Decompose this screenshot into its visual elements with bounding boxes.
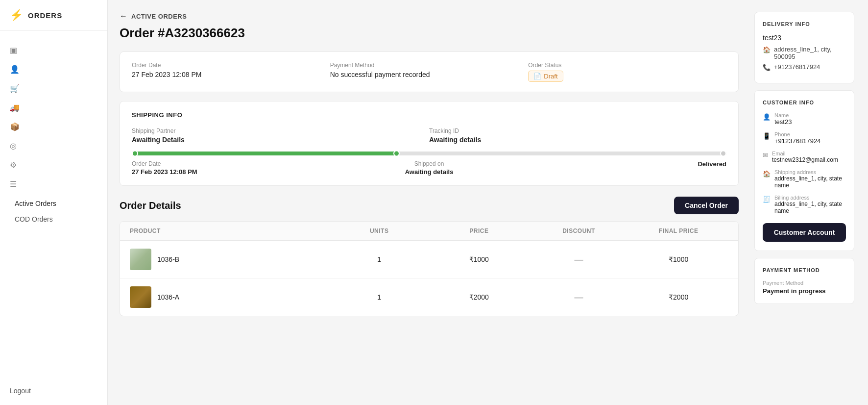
users-icon: 👤 — [10, 65, 20, 74]
payment-method-card: PAYMENT METHOD Payment Method Payment in… — [754, 258, 854, 304]
delivery-info-card: DELIVERY INFO test23 🏠 address_line_1, c… — [754, 12, 854, 83]
customer-billing-value: address_line_1, city, state name — [774, 201, 846, 214]
customer-info-title: CUSTOMER INFO — [763, 100, 846, 105]
sidebar-nav-links: Active Orders COD Orders — [0, 194, 107, 229]
tracking-id-value: Awaiting details — [429, 136, 726, 144]
table-row: 1036-A 1 ₹2000 — ₹2000 — [120, 278, 738, 316]
progress-order-date-value: 27 Feb 2023 12:08 PM — [132, 168, 330, 176]
product-name-1: 1036-B — [157, 255, 179, 263]
breadcrumb: ← ACTIVE ORDERS — [120, 12, 739, 21]
customer-name-icon: 👤 — [763, 113, 771, 121]
customer-name-field: Name test23 — [774, 112, 792, 126]
chart-icon: ◎ — [10, 141, 17, 151]
sidebar-icon-list[interactable]: ☰ — [0, 175, 107, 194]
tracking-id-label: Tracking ID — [429, 127, 726, 134]
customer-account-button[interactable]: Customer Account — [763, 223, 846, 242]
customer-phone-field: Phone +912376817924 — [774, 131, 820, 145]
customer-phone-value: +912376817924 — [774, 137, 820, 145]
delivery-phone-row: 📞 +912376817924 — [763, 63, 846, 71]
customer-email-label: Email — [772, 151, 838, 156]
customer-shipping-icon: 🏠 — [763, 170, 771, 177]
col-units: UNITS — [329, 228, 429, 234]
logout-button[interactable]: Logout — [10, 387, 31, 395]
col-discount: DISCOUNT — [529, 228, 629, 234]
payment-method-title: PAYMENT METHOD — [763, 267, 846, 273]
payment-method-value: No successful payment recorded — [330, 71, 529, 78]
sidebar-icon-chart[interactable]: ◎ — [0, 136, 107, 155]
customer-phone-row: 📱 Phone +912376817924 — [763, 131, 846, 145]
shipping-partner-field: Shipping Partner Awaiting Details — [132, 127, 429, 144]
sidebar-bottom: Logout — [0, 377, 107, 405]
main-content: ← ACTIVE ORDERS Order #A3230366623 Order… — [120, 12, 747, 393]
customer-email-icon: ✉ — [763, 152, 768, 159]
sidebar-icon-users[interactable]: 👤 — [0, 60, 107, 79]
payment-method-field: Payment Method No successful payment rec… — [330, 62, 529, 78]
customer-phone-icon: 📱 — [763, 132, 771, 140]
progress-bar-fill — [132, 152, 399, 155]
breadcrumb-label: ACTIVE ORDERS — [131, 13, 187, 20]
product-final-price-2: ₹2000 — [628, 293, 728, 301]
draft-icon: 📄 — [533, 73, 541, 80]
customer-email-field: Email testnew2312@gmail.com — [772, 151, 838, 163]
shipping-partner-value: Awaiting Details — [132, 136, 429, 144]
progress-shipped-label: Shipped on — [330, 160, 529, 167]
order-date-value: 27 Feb 2023 12:08 PM — [132, 71, 330, 78]
delivery-phone: +912376817924 — [774, 63, 820, 71]
page-title: Order #A3230366623 — [120, 25, 739, 41]
products-table: PRODUCT UNITS PRICE DISCOUNT FINAL PRICE… — [120, 221, 739, 316]
sidebar-icon-box[interactable]: ▣ — [0, 41, 107, 60]
product-final-price-1: ₹1000 — [628, 255, 728, 263]
shipping-info-title: SHIPPING INFO — [132, 111, 726, 119]
payment-method-field-value: Payment in progress — [763, 287, 846, 295]
customer-name-label: Name — [774, 112, 792, 118]
customer-billing-icon: 🧾 — [763, 196, 771, 203]
product-name-2: 1036-A — [157, 293, 179, 301]
order-date-field: Order Date 27 Feb 2023 12:08 PM — [132, 62, 330, 78]
sidebar-icon-settings[interactable]: ⚙ — [0, 155, 107, 175]
order-status-field: Order Status 📄 Draft — [528, 62, 726, 82]
sidebar-icon-truck[interactable]: 🚚 — [0, 98, 107, 117]
progress-shipped-value: Awaiting details — [330, 168, 529, 176]
sidebar: ⚡ ORDERS ▣ 👤 🛒 🚚 📦 ◎ ⚙ ☰ Active Orders C… — [0, 0, 108, 405]
delivery-address: address_line_1, city, 500095 — [774, 46, 846, 60]
progress-bar-container — [132, 152, 726, 155]
delivery-info-title: DELIVERY INFO — [763, 21, 846, 27]
payment-method-field-label: Payment Method — [763, 280, 846, 286]
box-icon: ▣ — [10, 46, 17, 55]
customer-name-value: test23 — [774, 118, 792, 126]
table-row: 1036-B 1 ₹1000 — ₹1000 — [120, 241, 738, 278]
product-price-1: ₹1000 — [429, 255, 529, 263]
tracking-id-field: Tracking ID Awaiting details — [429, 127, 726, 144]
shipping-partner-label: Shipping Partner — [132, 127, 429, 134]
product-price-2: ₹2000 — [429, 293, 529, 301]
delivery-name: test23 — [763, 34, 846, 42]
progress-label-delivered: Delivered — [528, 160, 726, 176]
truck-icon: 🚚 — [10, 103, 20, 112]
order-details-header: Order Details Cancel Order — [120, 197, 739, 214]
sidebar-icon-package[interactable]: 📦 — [0, 117, 107, 136]
payment-method-label: Payment Method — [330, 62, 529, 69]
right-panel: DELIVERY INFO test23 🏠 address_line_1, c… — [747, 12, 854, 393]
sidebar-item-cod-orders[interactable]: COD Orders — [0, 211, 107, 227]
sidebar-icon-cart[interactable]: 🛒 — [0, 79, 107, 98]
sidebar-item-active-orders[interactable]: Active Orders — [0, 196, 107, 211]
package-icon: 📦 — [10, 122, 20, 131]
customer-email-row: ✉ Email testnew2312@gmail.com — [763, 151, 846, 163]
customer-shipping-field: Shipping address address_line_1, city, s… — [774, 169, 846, 189]
cart-icon: 🛒 — [10, 84, 20, 93]
settings-icon: ⚙ — [10, 160, 17, 170]
cancel-order-button[interactable]: Cancel Order — [674, 197, 739, 214]
progress-label-order: Order Date 27 Feb 2023 12:08 PM — [132, 160, 330, 176]
customer-billing-row: 🧾 Billing address address_line_1, city, … — [763, 195, 846, 214]
phone-icon: 📞 — [763, 64, 771, 71]
order-date-label: Order Date — [132, 62, 330, 69]
progress-order-date-label: Order Date — [132, 160, 330, 167]
status-badge: 📄 Draft — [528, 71, 563, 82]
product-image-1 — [130, 249, 151, 270]
product-units-1: 1 — [329, 255, 429, 263]
shipping-card: SHIPPING INFO Shipping Partner Awaiting … — [120, 101, 739, 186]
back-arrow-icon[interactable]: ← — [120, 12, 127, 21]
sidebar-title: ORDERS — [28, 11, 62, 20]
progress-dot-start — [132, 151, 138, 157]
col-price: PRICE — [429, 228, 529, 234]
